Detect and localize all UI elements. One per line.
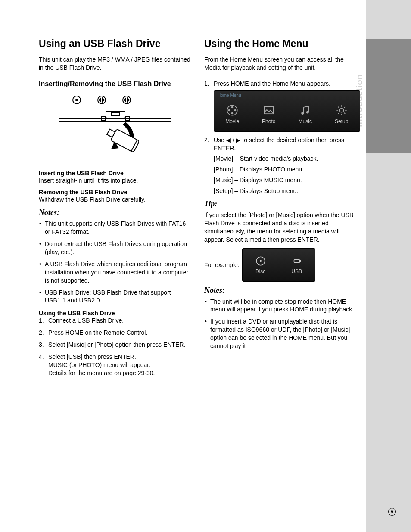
option-movie: [Movie] – Start video media's playback. <box>214 155 358 163</box>
menu-label: Photo <box>262 118 275 125</box>
notes-list-right: The unit will be in complete stop mode t… <box>204 298 358 350</box>
list-item: Connect a USB Flash Drive. <box>39 317 192 325</box>
left-column: Using an USB Flash Drive This unit can p… <box>39 38 192 381</box>
insert-subhead: Inserting the USB Flash Drive <box>39 170 192 177</box>
svg-rect-26 <box>299 260 301 261</box>
notes-heading-left: Notes: <box>39 208 192 217</box>
menu-label: Movie <box>225 118 239 125</box>
menu-label: Setup <box>335 118 348 125</box>
step-text: Use ◀ / ▶ to select the desired option t… <box>214 137 344 152</box>
home-steps: Press HOME and the Home Menu appears. Ho… <box>204 80 358 195</box>
list-item: This unit supports only USB Flash Drives… <box>39 220 192 236</box>
home-menu-screenshot: Home Menu Movie Photo Music <box>214 90 360 132</box>
list-item: Press HOME and the Home Menu appears. Ho… <box>204 80 358 132</box>
heading-usb: Using an USB Flash Drive <box>39 38 192 50</box>
list-item: Select [Music] or [Photo] option then pr… <box>39 341 192 349</box>
disc-icon <box>255 255 266 267</box>
example-row: For example: Disc USB <box>204 248 358 282</box>
using-subhead: Using the USB Flash Drive <box>39 310 192 317</box>
svg-point-16 <box>234 109 237 112</box>
option-setup: [Setup] – Displays Setup menu. <box>214 187 358 195</box>
notes-list-left: This unit supports only USB Flash Drives… <box>39 220 192 305</box>
list-item: Use ◀ / ▶ to select the desired option t… <box>204 136 358 195</box>
menu-item-photo: Photo <box>251 98 287 131</box>
list-item: Press HOME on the Remote Control. <box>39 329 192 337</box>
svg-point-20 <box>302 112 304 115</box>
option-music: [Music] – Displays MUSIC menu. <box>214 176 358 184</box>
svg-point-15 <box>231 106 234 109</box>
option-photo: [Photo] – Displays PHOTO menu. <box>214 165 358 174</box>
subheading-insert-remove: Inserting/Removing the USB Flash Drive <box>39 80 192 89</box>
svg-rect-7 <box>106 111 125 118</box>
notes-heading-right: Notes: <box>204 286 358 295</box>
tip-body: If you select the [Photo] or [Music] opt… <box>204 211 358 244</box>
section-tab <box>366 39 411 153</box>
gear-icon <box>336 104 348 116</box>
menu-label: Music <box>299 118 312 125</box>
list-item: A USB Flash Drive which requires additio… <box>39 260 192 285</box>
page-content: Using an USB Flash Drive This unit can p… <box>39 38 358 381</box>
media-item-usb: USB <box>279 249 315 281</box>
remove-body: Withdraw the USB Flash Drive carefully. <box>39 196 192 204</box>
menu-title: Home Menu <box>214 91 360 99</box>
svg-point-22 <box>339 109 343 112</box>
photo-icon <box>263 104 275 116</box>
list-item: The unit will be in complete stop mode t… <box>204 298 358 314</box>
media-select-screenshot: Disc USB <box>242 248 315 282</box>
svg-point-21 <box>306 111 309 114</box>
tip-heading: Tip: <box>204 199 358 208</box>
intro-home: From the Home Menu screen you can access… <box>204 56 358 72</box>
page-number: 9 <box>388 508 396 516</box>
list-item: If you insert a DVD or an unplayable dis… <box>204 317 358 350</box>
svg-point-1 <box>76 99 78 101</box>
svg-point-18 <box>228 109 230 112</box>
using-steps: Connect a USB Flash Drive. Press HOME on… <box>39 317 192 377</box>
step-text: Press HOME and the Home Menu appears. <box>214 80 330 87</box>
svg-rect-19 <box>264 107 273 114</box>
list-item: USB Flash Drive: USB Flash Drive that su… <box>39 289 192 305</box>
insert-body: Insert straight-in until it fits into pl… <box>39 177 192 185</box>
menu-item-movie: Movie <box>214 98 251 131</box>
example-label: For example: <box>204 261 240 268</box>
music-note-icon <box>299 104 311 116</box>
menu-item-music: Music <box>287 98 324 131</box>
media-label: USB <box>291 268 302 274</box>
svg-rect-10 <box>112 113 119 115</box>
svg-point-17 <box>231 112 234 115</box>
film-reel-icon <box>226 104 238 116</box>
svg-rect-25 <box>294 259 299 262</box>
media-label: Disc <box>255 268 265 274</box>
heading-home-menu: Using the Home Menu <box>204 38 358 50</box>
usb-icon <box>291 255 302 267</box>
intro-usb: This unit can play the MP3 / WMA / JPEG … <box>39 56 192 72</box>
usb-insertion-diagram <box>59 93 171 162</box>
right-column: Using the Home Menu From the Home Menu s… <box>204 38 358 381</box>
list-item: Do not extract the USB Flash Drives duri… <box>39 240 192 256</box>
list-item: Select [USB] then press ENTER. MUSIC (or… <box>39 353 192 377</box>
media-item-disc: Disc <box>243 249 279 281</box>
menu-item-setup: Setup <box>324 98 360 131</box>
svg-point-24 <box>260 260 262 261</box>
remove-subhead: Removing the USB Flash Drive <box>39 189 192 196</box>
